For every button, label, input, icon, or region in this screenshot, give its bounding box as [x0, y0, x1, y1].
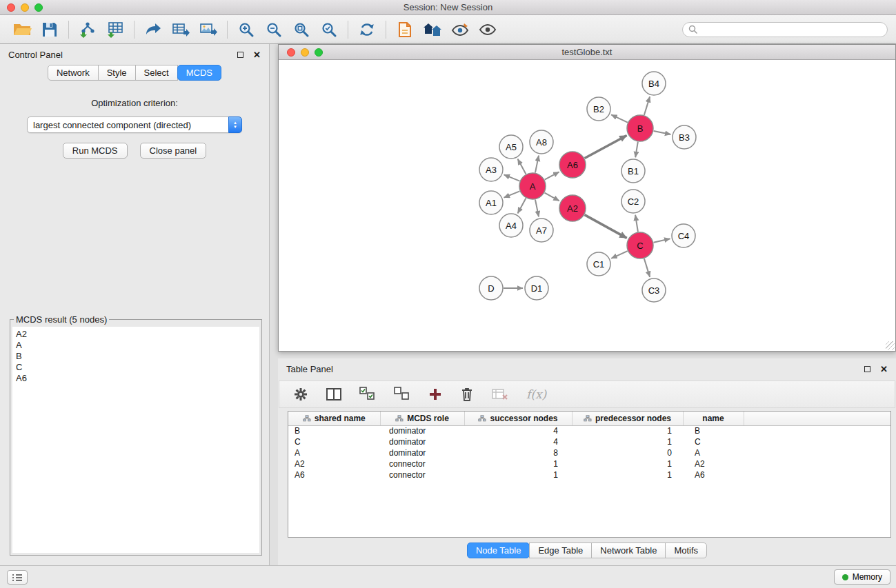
graph-edge-B-B3[interactable] [654, 131, 671, 134]
result-item[interactable]: C [16, 362, 256, 373]
graph-edge-C-C3[interactable] [644, 258, 650, 277]
column-header-name[interactable]: name [683, 412, 744, 425]
graph-edge-A-A4[interactable] [518, 199, 526, 214]
zoom-fit-button[interactable] [288, 18, 315, 41]
tab-edge-table[interactable]: Edge Table [529, 543, 592, 558]
graph-edge-B-B2[interactable] [611, 114, 628, 122]
deselect-all-button[interactable] [394, 383, 410, 406]
graph-node-A4[interactable]: A4 [499, 214, 523, 237]
graph-node-B2[interactable]: B2 [587, 97, 610, 121]
minimize-window-button[interactable] [21, 3, 29, 12]
import-network-button[interactable] [74, 18, 101, 41]
zoom-selected-button[interactable] [315, 18, 343, 41]
graph-edge-B-B4[interactable] [644, 97, 650, 115]
graph-edge-A-A7[interactable] [535, 200, 539, 217]
graph-edge-C-C2[interactable] [635, 215, 638, 232]
criterion-dropdown[interactable]: largest connected component (directed) ▲… [27, 116, 242, 133]
graph-edge-A-A8[interactable] [535, 156, 539, 173]
tab-style[interactable]: Style [98, 65, 136, 81]
float-panel-icon[interactable] [237, 52, 243, 58]
table-row[interactable]: Adominator80A [288, 447, 890, 458]
graph-node-A8[interactable]: A8 [530, 130, 553, 154]
graph-edge-C-C1[interactable] [611, 251, 628, 258]
memory-button[interactable]: Memory [834, 569, 890, 585]
graph-edge-A-A2[interactable] [545, 193, 559, 201]
export-network-button[interactable] [139, 18, 167, 41]
result-item[interactable]: A [16, 340, 256, 351]
fullscreen-window-button[interactable] [34, 3, 43, 12]
table-row[interactable]: A2connector11A2 [288, 458, 890, 469]
table-row[interactable]: A6connector11A6 [288, 469, 890, 480]
column-header-predecessor-nodes[interactable]: predecessor nodes [572, 412, 683, 425]
graph-node-B[interactable]: B [627, 115, 653, 141]
graph-node-A1[interactable]: A1 [479, 191, 503, 214]
open-session-button[interactable] [8, 18, 36, 41]
graph-node-C3[interactable]: C3 [642, 278, 666, 302]
home-button[interactable] [419, 18, 446, 41]
run-mcds-button[interactable]: Run MCDS [63, 143, 128, 159]
zoom-out-button[interactable] [260, 18, 288, 41]
close-network-window-button[interactable] [287, 48, 295, 57]
show-columns-button[interactable] [326, 383, 341, 406]
node-table-container[interactable]: shared name MCDS role successor nodes pr… [288, 411, 891, 538]
close-window-button[interactable] [7, 3, 15, 12]
result-item[interactable]: B [16, 351, 256, 362]
graph-node-A7[interactable]: A7 [530, 219, 553, 242]
graph-node-A3[interactable]: A3 [479, 158, 503, 181]
graphics-details-button[interactable] [474, 18, 501, 41]
graph-edge-B-B1[interactable] [635, 142, 638, 158]
refresh-view-button[interactable] [353, 18, 381, 41]
column-header-successor-nodes[interactable]: successor nodes [464, 412, 572, 425]
table-row[interactable]: Cdominator41C [288, 436, 890, 447]
network-canvas[interactable]: B4B2BB3A5A8A6B1A3AC2A1A2A4A7C4CC1C3DD1 [279, 60, 895, 351]
graph-node-B3[interactable]: B3 [673, 125, 696, 149]
graph-edge-A-A3[interactable] [504, 174, 520, 181]
tab-select[interactable]: Select [135, 65, 178, 81]
delete-column-button[interactable] [460, 383, 474, 406]
graph-node-B4[interactable]: B4 [642, 72, 666, 95]
import-table-button[interactable] [101, 18, 129, 41]
graph-edge-A2-C[interactable] [585, 215, 627, 239]
close-table-panel-icon[interactable]: ✕ [880, 365, 888, 374]
graph-node-D[interactable]: D [479, 276, 503, 300]
tab-network-table[interactable]: Network Table [591, 543, 666, 558]
resize-grip[interactable] [886, 341, 895, 350]
dropdown-stepper-icon[interactable]: ▲▼ [228, 116, 242, 133]
graph-node-A6[interactable]: A6 [559, 152, 586, 178]
style-preview-button[interactable] [446, 18, 474, 41]
graph-node-D1[interactable]: D1 [525, 276, 548, 300]
export-table-button[interactable] [167, 18, 195, 41]
graph-node-C[interactable]: C [627, 232, 653, 258]
table-row[interactable]: Bdominator41B [288, 425, 890, 436]
save-session-button[interactable] [36, 18, 63, 41]
search-box[interactable] [682, 22, 888, 37]
add-column-button[interactable] [428, 383, 442, 406]
graph-edge-A-A6[interactable] [545, 172, 559, 179]
close-panel-button[interactable]: Close panel [140, 143, 207, 159]
close-panel-icon[interactable]: ✕ [253, 50, 261, 59]
network-graph[interactable]: B4B2BB3A5A8A6B1A3AC2A1A2A4A7C4CC1C3DD1 [279, 60, 895, 351]
float-table-panel-icon[interactable] [864, 366, 870, 372]
graph-edge-A6-B[interactable] [585, 135, 627, 158]
column-header-shared-name[interactable]: shared name [288, 412, 380, 425]
result-item[interactable]: A2 [16, 329, 256, 340]
select-all-button[interactable] [359, 383, 376, 406]
annotation-button[interactable] [391, 18, 419, 41]
tab-network[interactable]: Network [48, 65, 99, 81]
graph-node-A2[interactable]: A2 [559, 195, 586, 221]
zoom-network-window-button[interactable] [315, 48, 323, 57]
graph-node-C2[interactable]: C2 [621, 190, 645, 213]
network-window-titlebar[interactable]: testGlobe.txt [279, 45, 895, 60]
tab-motifs[interactable]: Motifs [665, 543, 707, 558]
zoom-in-button[interactable] [232, 18, 260, 41]
graph-node-A[interactable]: A [519, 173, 546, 199]
graph-node-C1[interactable]: C1 [587, 252, 610, 276]
graph-edge-C-C4[interactable] [654, 239, 670, 242]
graph-node-B1[interactable]: B1 [621, 159, 645, 183]
graph-edge-A-A1[interactable] [504, 191, 520, 197]
result-item[interactable]: A6 [16, 373, 256, 384]
tab-node-table[interactable]: Node Table [467, 543, 530, 558]
mcds-result-list[interactable]: A2ABCA6 [12, 327, 259, 553]
graph-edge-A-A5[interactable] [518, 159, 526, 174]
tab-mcds[interactable]: MCDS [177, 65, 221, 81]
